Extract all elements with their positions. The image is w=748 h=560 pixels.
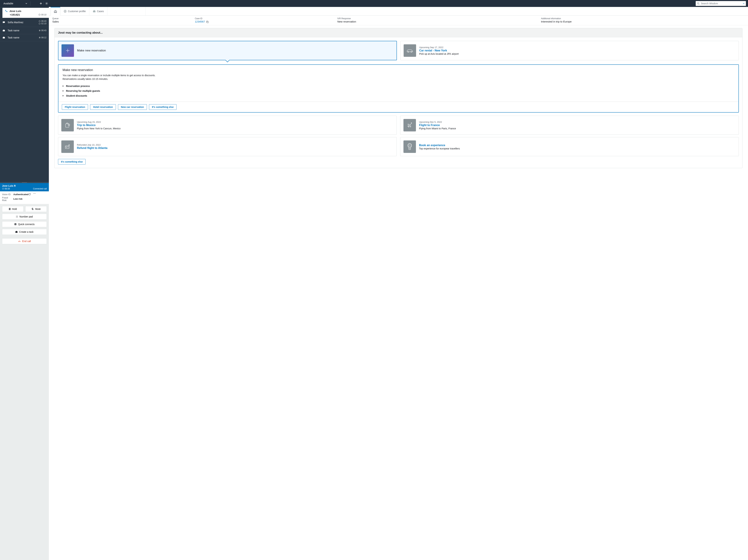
chevron-down-icon[interactable]	[743, 3, 745, 4]
time-2: 02:10	[41, 22, 46, 25]
tab-home[interactable]	[51, 7, 60, 16]
contact-timer: 00:10	[41, 14, 46, 16]
svg-rect-11	[3, 37, 4, 37]
main-content: Customer profile Cases Queue Sales Case …	[49, 7, 748, 560]
contact-list-item[interactable]: Task name 08:12	[0, 34, 49, 41]
car-icon	[404, 44, 416, 57]
status-selector[interactable]: Available	[2, 1, 29, 5]
something-else-button[interactable]: It's something else	[149, 104, 177, 110]
search-icon	[697, 2, 700, 5]
pause-icon	[9, 208, 10, 210]
suggestion-mexico[interactable]: Upcoming Aug 15, 2022 Trip to Mexico Fly…	[58, 116, 397, 135]
suggestions-section: José may be contacting about... Make new…	[54, 28, 743, 168]
mute-icon	[31, 208, 34, 210]
copy-icon[interactable]	[206, 21, 209, 23]
svg-point-15	[33, 193, 34, 194]
left-panel: Jose Luis +191421 00:10 Sofía Martínez 0…	[0, 7, 49, 560]
suggestion-car-rental[interactable]: Upcoming Sep 17, 2022 Car rental - New Y…	[400, 41, 739, 60]
contact-list-item[interactable]: Task name 06:43	[0, 27, 49, 34]
svg-point-26	[18, 216, 18, 217]
card-desc: Top experience for europear travellers	[419, 147, 460, 150]
check-icon	[39, 23, 41, 25]
something-else-button[interactable]: It's something else	[58, 159, 86, 165]
svg-rect-9	[40, 30, 40, 31]
time-1: 06:43	[41, 29, 46, 32]
svg-point-16	[34, 193, 34, 194]
ivr-label: IVR Response	[337, 17, 541, 20]
detail-title: Make new reservation	[63, 68, 734, 72]
quick-connects-button[interactable]: Quick connects	[2, 221, 47, 227]
card-desc: Flying from New York to Cancun, Mexico	[77, 127, 121, 130]
card-desc: Pick up at Avis located at JFK airport	[419, 52, 459, 55]
caret-right-icon	[63, 95, 64, 97]
refresh-icon[interactable]	[28, 193, 31, 195]
svg-rect-43	[67, 123, 68, 124]
svg-rect-39	[207, 22, 208, 23]
more-icon[interactable]	[33, 193, 36, 194]
car-reservation-button[interactable]: New car reservation	[118, 104, 147, 110]
reservation-detail: Make new reservation You can make a sing…	[58, 65, 739, 113]
svg-rect-32	[16, 232, 18, 233]
balloon-icon	[403, 141, 416, 153]
svg-point-41	[411, 51, 412, 52]
call-timer: 00:33	[5, 188, 10, 190]
pause-icon	[39, 37, 41, 39]
expand-item[interactable]: Reservation process	[63, 83, 734, 89]
add-button[interactable]	[39, 2, 43, 5]
svg-rect-33	[16, 231, 17, 232]
tab-label: Customer profile	[68, 10, 86, 13]
mute-button[interactable]: Mute	[25, 206, 47, 212]
contact-name: Sofía Martínez	[8, 21, 39, 24]
svg-rect-7	[3, 30, 4, 30]
suggestion-refund[interactable]: Refunded July 10, 2022 Refund flight to …	[58, 137, 397, 156]
suggestion-experience[interactable]: Book an experience Top experience for eu…	[400, 137, 739, 156]
addl-label: Additional information	[541, 17, 745, 20]
card-title: Make new reservation	[77, 49, 106, 52]
section-header: José may be contacting about...	[54, 28, 742, 38]
hold-button[interactable]: Hold	[2, 206, 24, 212]
svg-rect-10	[3, 37, 5, 39]
suggestion-new-reservation[interactable]: Make new reservation	[58, 41, 397, 60]
auth-panel: Voice ID: Authenticated Fraud Risk: Low …	[0, 191, 49, 204]
svg-point-28	[17, 217, 17, 218]
time-1: 06:43	[41, 20, 46, 22]
briefcase-icon	[2, 36, 5, 39]
clock-icon	[2, 188, 4, 190]
suggestion-france[interactable]: Upcoming Dec 5, 2022 Flight to France Fl…	[400, 116, 739, 135]
svg-rect-6	[3, 30, 5, 31]
luggage-icon	[61, 119, 74, 131]
tab-label: Cases	[97, 10, 104, 13]
search-input[interactable]	[701, 2, 742, 5]
detail-desc-1: You can make a single reservation or inc…	[63, 74, 734, 77]
expand-item[interactable]: Reserving for multiple guests	[63, 89, 734, 93]
svg-rect-12	[39, 37, 40, 38]
tab-cases[interactable]: Cases	[89, 7, 108, 16]
expand-item[interactable]: Student discounts	[63, 93, 734, 98]
settings-button[interactable]	[45, 2, 48, 5]
active-contact-card[interactable]: Jose Luis +191421 00:10	[2, 8, 49, 18]
hotel-reservation-button[interactable]: Hotel reservation	[90, 104, 116, 110]
card-title: Refund flight to Atlanta	[77, 146, 108, 150]
voice-id-value: Authenticated	[13, 193, 28, 196]
create-task-button[interactable]: Create a task	[2, 229, 47, 235]
card-meta: Refunded July 10, 2022	[77, 144, 108, 146]
home-icon	[54, 10, 57, 13]
svg-point-31	[15, 224, 16, 224]
svg-point-23	[18, 216, 18, 216]
contact-list-item[interactable]: Sofía Martínez 06:43 02:10	[0, 18, 49, 27]
top-bar: Available	[0, 0, 748, 7]
end-call-button[interactable]: End call	[2, 238, 47, 244]
search-box	[696, 1, 746, 6]
svg-rect-37	[94, 10, 95, 11]
queue-label: Queue	[52, 17, 195, 20]
numpad-button[interactable]: Number pad	[2, 214, 47, 220]
end-call-icon	[18, 240, 21, 242]
detail-desc-2: Reservations usually takes 10-15 minutes…	[63, 77, 734, 81]
case-id-link[interactable]: 1234567	[195, 20, 205, 23]
svg-point-1	[697, 3, 699, 4]
flight-reservation-button[interactable]: Flight reservation	[62, 104, 88, 110]
svg-rect-8	[39, 30, 40, 31]
svg-point-45	[69, 125, 69, 125]
chat-icon	[2, 21, 5, 24]
tab-customer-profile[interactable]: Customer profile	[60, 7, 89, 16]
